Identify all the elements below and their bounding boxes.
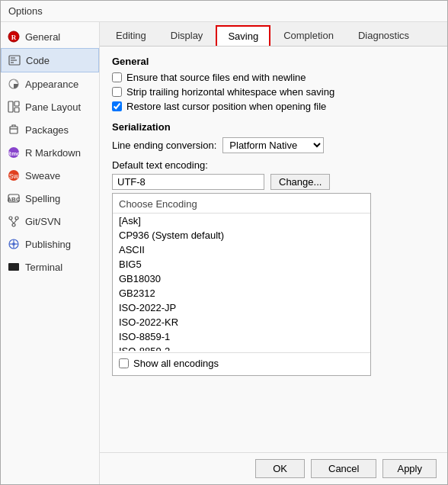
encoding-item[interactable]: CP936 (System default) [113, 228, 370, 242]
sidebar-label-git-svn: Git/SVN [25, 216, 61, 227]
line-ending-label: Line ending conversion: [112, 140, 216, 151]
line-ending-row: Line ending conversion: Platform NativeP… [112, 137, 435, 153]
sidebar-label-publishing: Publishing [25, 239, 71, 250]
tab-display[interactable]: Display [159, 25, 215, 46]
encoding-item[interactable]: GB2312 [113, 286, 370, 300]
sidebar-item-appearance[interactable]: Appearance [1, 72, 99, 95]
line-ending-select[interactable]: Platform NativePassthroughWindows (CR/LF… [222, 137, 324, 153]
encoding-label: Default text encoding: [112, 159, 435, 171]
checkbox-cursor[interactable] [112, 101, 122, 111]
encoding-item[interactable]: ISO-8859-1 [113, 329, 370, 344]
sidebar-label-packages: Packages [25, 124, 69, 136]
show-all-row: Show all encodings [113, 352, 370, 372]
spelling-icon: ABC [7, 191, 21, 205]
encoding-item[interactable]: BIG5 [113, 257, 370, 271]
show-all-checkbox[interactable] [119, 358, 129, 368]
sidebar-label-sweave: Sweave [25, 170, 60, 181]
tab-editing[interactable]: Editing [104, 25, 158, 46]
serialization-section: Serialization Line ending conversion: Pl… [112, 121, 435, 376]
svg-text:Rmd: Rmd [8, 150, 20, 157]
svg-text:Sw: Sw [9, 172, 19, 180]
sidebar-item-pane-layout[interactable]: Pane Layout [1, 95, 99, 118]
svg-point-18 [15, 217, 18, 220]
sidebar-label-code: Code [26, 55, 50, 66]
sidebar-label-appearance: Appearance [25, 79, 78, 90]
sidebar-label-spelling: Spelling [25, 193, 60, 204]
svg-point-19 [12, 223, 15, 226]
sidebar-item-terminal[interactable]: Terminal [1, 255, 99, 278]
sidebar-item-spelling[interactable]: ABCSpelling [1, 187, 99, 210]
svg-rect-28 [8, 263, 19, 271]
ok-button[interactable]: OK [255, 459, 305, 478]
sidebar-item-sweave[interactable]: SwSweave [1, 164, 99, 187]
encoding-input[interactable] [112, 174, 264, 190]
svg-text:R: R [11, 34, 17, 41]
terminal-icon [7, 260, 21, 274]
choose-encoding-title: Choose Encoding [113, 197, 370, 214]
encoding-item[interactable]: [Ask] [113, 214, 370, 228]
tab-diagnostics[interactable]: Diagnostics [347, 25, 421, 46]
encoding-item[interactable]: GB18030 [113, 271, 370, 286]
checkbox-row-newline: Ensure that source files end with newlin… [112, 72, 435, 83]
window-title: Options [8, 5, 43, 17]
pane-layout-icon [7, 100, 21, 114]
checkbox-whitespace[interactable] [112, 87, 122, 97]
cancel-button[interactable]: Cancel [311, 459, 376, 478]
sidebar-label-general: General [25, 31, 60, 43]
change-button[interactable]: Change... [270, 174, 330, 190]
encoding-item[interactable]: ASCII [113, 242, 370, 257]
sidebar-label-pane-layout: Pane Layout [25, 101, 81, 113]
svg-rect-8 [14, 101, 19, 106]
title-bar: Options [1, 1, 447, 22]
sidebar-item-r-markdown[interactable]: RmdR Markdown [1, 141, 99, 164]
sidebar-label-r-markdown: R Markdown [25, 147, 81, 159]
sidebar-item-publishing[interactable]: Publishing [1, 233, 99, 255]
sidebar-item-general[interactable]: RGeneral [1, 25, 99, 48]
encoding-list[interactable]: [Ask]CP936 (System default)ASCIIBIG5GB18… [113, 214, 370, 351]
general-icon: R [7, 30, 21, 43]
checkbox-newline[interactable] [112, 72, 122, 82]
sidebar-item-git-svn[interactable]: Git/SVN [1, 210, 99, 233]
svg-rect-10 [10, 127, 18, 133]
sidebar-item-packages[interactable]: Packages [1, 118, 99, 141]
choose-encoding-panel: Choose Encoding [Ask]CP936 (System defau… [112, 193, 371, 376]
code-icon [8, 53, 21, 67]
general-section-title: General [112, 56, 435, 67]
sidebar-item-code[interactable]: Code [1, 48, 99, 72]
git-svn-icon [7, 214, 21, 228]
apply-button[interactable]: Apply [382, 459, 437, 478]
publishing-icon [7, 237, 21, 251]
options-window: Options RGeneralCodeAppearancePane Layou… [0, 0, 448, 485]
tabs: EditingDisplaySavingCompletionDiagnostic… [100, 22, 447, 47]
checkbox-whitespace-label: Strip trailing horizontal whitespace whe… [126, 86, 334, 98]
tab-completion[interactable]: Completion [272, 25, 345, 46]
sidebar: RGeneralCodeAppearancePane LayoutPackage… [1, 22, 100, 484]
main-panel: EditingDisplaySavingCompletionDiagnostic… [100, 22, 447, 484]
checkbox-cursor-label: Restore last cursor position when openin… [126, 101, 326, 112]
svg-point-23 [12, 242, 15, 246]
svg-rect-7 [8, 101, 13, 112]
encoding-row: Change... [112, 174, 435, 190]
encoding-item[interactable]: ISO-2022-JP [113, 300, 370, 315]
svg-rect-9 [14, 108, 19, 112]
sidebar-label-terminal: Terminal [25, 262, 62, 273]
sweave-icon: Sw [7, 169, 21, 182]
tab-saving[interactable]: Saving [216, 25, 270, 46]
r-markdown-icon: Rmd [7, 146, 21, 159]
tab-content: General Ensure that source files end wit… [100, 47, 447, 452]
svg-line-21 [14, 220, 17, 223]
svg-text:ABC: ABC [8, 196, 20, 203]
checkbox-row-whitespace: Strip trailing horizontal whitespace whe… [112, 86, 435, 98]
svg-line-20 [11, 220, 14, 223]
bottom-bar: OK Cancel Apply [100, 452, 447, 484]
serialization-title: Serialization [112, 121, 435, 133]
appearance-icon [7, 77, 21, 91]
checkbox-newline-label: Ensure that source files end with newlin… [126, 72, 306, 83]
encoding-item[interactable]: ISO-2022-KR [113, 315, 370, 329]
show-all-label: Show all encodings [133, 358, 219, 369]
content-area: RGeneralCodeAppearancePane LayoutPackage… [1, 22, 447, 484]
svg-point-17 [9, 217, 12, 220]
checkbox-row-cursor: Restore last cursor position when openin… [112, 101, 435, 112]
encoding-item[interactable]: ISO-8859-2 [113, 344, 370, 351]
packages-icon [7, 123, 21, 137]
